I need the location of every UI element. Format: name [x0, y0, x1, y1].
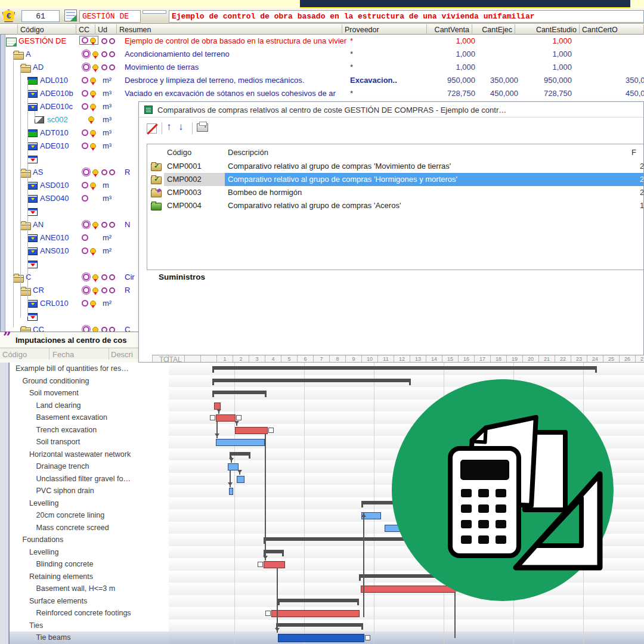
column-header-Resumen[interactable]: Resumen: [117, 24, 342, 35]
bar-handle-right[interactable]: [365, 635, 370, 640]
gantt-chart-row[interactable]: [169, 631, 644, 644]
bar-handle-left[interactable]: [210, 415, 215, 420]
timescale-day: 18: [490, 355, 506, 362]
imputaciones-column-Descri[interactable]: Descri: [111, 350, 133, 359]
move-down-icon[interactable]: ↓: [178, 122, 184, 132]
euro-shield-icon[interactable]: €: [2, 9, 15, 22]
list-column-Descripción[interactable]: Descripción: [228, 148, 268, 157]
bar-handle-left[interactable]: [258, 562, 263, 567]
list-item[interactable]: CMP0003Bombeo de hormigón2: [147, 186, 644, 199]
send-icon[interactable]: [197, 123, 208, 132]
column-header-CC[interactable]: CC: [76, 24, 95, 35]
cc-badge[interactable]: [82, 64, 98, 70]
gantt-summary-bar[interactable]: [212, 391, 267, 394]
aux-field[interactable]: [143, 10, 166, 14]
status-dots: [101, 274, 115, 280]
timescale-day: 14: [426, 355, 442, 362]
cc-badge[interactable]: [79, 36, 98, 45]
medal-icon: [90, 248, 96, 254]
gantt-task-bar[interactable]: [235, 427, 268, 434]
project-title-field[interactable]: Ejemplo de control de obra basado en la …: [169, 10, 644, 23]
cc-badge[interactable]: [82, 300, 96, 306]
column-separator: [109, 348, 109, 360]
list-column-Código[interactable]: Código: [167, 148, 191, 157]
cc-badge[interactable]: [82, 274, 98, 280]
gantt-summary-bar[interactable]: [212, 379, 411, 382]
column-header-CantEstudio[interactable]: CantEstudio: [515, 24, 580, 35]
gantt-task-name[interactable]: Tie beams: [9, 631, 196, 644]
gantt-task-bar[interactable]: [216, 439, 265, 446]
gantt-task-bar[interactable]: [271, 610, 360, 617]
cant-ejec: 450,000: [476, 89, 518, 98]
item-code: CMP0003: [167, 188, 224, 197]
imputaciones-panel: ” Imputaciones al centro de cos CódigoFe…: [0, 332, 138, 363]
gantt-chart-row[interactable]: [169, 607, 644, 620]
timescale-day: 2: [233, 355, 249, 362]
list-item[interactable]: CMP0001Comparativo relativo al grupo de …: [147, 160, 644, 173]
cc-badge[interactable]: [82, 195, 88, 202]
list-column-F[interactable]: F: [631, 148, 636, 157]
list-item[interactable]: CMP0002Comparativo relativo al grupo de …: [147, 173, 644, 186]
tree-scrollbar[interactable]: [0, 35, 5, 332]
list-item[interactable]: CMP0004Comparativo relativo al grupo de …: [147, 199, 644, 212]
gantt-chart-row[interactable]: [169, 620, 644, 633]
gantt-summary-bar[interactable]: [212, 366, 597, 370]
imputaciones-column-Fecha[interactable]: Fecha: [52, 350, 74, 359]
calculator-key: [461, 504, 472, 513]
column-header-Código[interactable]: Código: [18, 24, 76, 35]
gantt-task-bar[interactable]: [237, 476, 245, 483]
cc-badge[interactable]: [82, 182, 96, 188]
gantt-task-bar[interactable]: [216, 414, 236, 422]
gantt-task-bar[interactable]: [278, 634, 364, 642]
dot-icon: [109, 222, 115, 228]
gantt-task-bar[interactable]: [214, 402, 221, 410]
cost-center-field[interactable]: GESTIÓN DE: [79, 10, 141, 23]
bar-handle-right[interactable]: [268, 428, 274, 433]
column-header-CantCertO[interactable]: CantCertO: [580, 24, 644, 35]
sheet-icon[interactable]: [64, 10, 77, 21]
cc-badge[interactable]: [82, 169, 98, 175]
cc-badge[interactable]: [82, 51, 98, 57]
column-header-Ud[interactable]: Ud: [95, 24, 117, 35]
cc-badge[interactable]: [82, 287, 98, 293]
table-row[interactable]: GESTIÓN DEEjemplo de control de obra bas…: [5, 35, 644, 48]
calculator-key: [496, 520, 506, 528]
doc-number-field[interactable]: 61: [21, 10, 60, 22]
delete-icon[interactable]: [147, 123, 157, 134]
dialog-titlebar[interactable]: Comparativos de compras relativos al cen…: [139, 102, 644, 117]
table-row[interactable]: AAcondicionamiento del terreno*1,0001,00…: [5, 48, 644, 61]
cc-badge[interactable]: [82, 234, 88, 241]
ring-icon: [82, 234, 88, 241]
gantt-task-bar[interactable]: [264, 561, 285, 568]
cc-badge[interactable]: [82, 90, 96, 97]
gantt-summary-bar[interactable]: [230, 452, 250, 456]
gantt-summary-bar[interactable]: [264, 550, 284, 553]
row-proveedor: *: [350, 63, 430, 72]
table-row[interactable]: ADL010m²Desbroce y limpieza del terreno,…: [5, 74, 644, 87]
column-header-CantVenta[interactable]: CantVenta: [427, 24, 472, 35]
medal-icon: [90, 91, 96, 97]
cc-badge[interactable]: [88, 116, 94, 122]
gantt-gridline: [234, 363, 235, 644]
column-header-blank[interactable]: [0, 24, 18, 35]
gantt-summary-bar[interactable]: [278, 599, 360, 602]
cc-badge[interactable]: [82, 221, 98, 228]
cant-venta: 950,000: [425, 76, 475, 85]
item-code: CMP0001: [167, 162, 224, 171]
table-row[interactable]: ADMovimiento de tierras*1,0001,000: [5, 61, 644, 74]
cc-badge[interactable]: [82, 103, 96, 110]
bar-handle-left[interactable]: [265, 611, 271, 616]
move-up-icon[interactable]: ↑: [166, 122, 172, 132]
cc-badge[interactable]: [82, 77, 96, 83]
cc-badge[interactable]: [82, 143, 96, 149]
gantt-summary-bar[interactable]: [276, 623, 363, 627]
column-header-CantEjec[interactable]: CantEjec: [472, 24, 515, 35]
imputaciones-column-Código[interactable]: Código: [2, 350, 27, 359]
gantt-task-bar[interactable]: [229, 488, 233, 495]
column-header-Proveedor[interactable]: Proveedor: [342, 24, 427, 35]
cc-badge[interactable]: [82, 129, 96, 136]
cc-badge[interactable]: [82, 247, 96, 254]
table-row[interactable]: ADE010bm³Vaciado en excavación de sótano…: [5, 87, 644, 100]
bar-handle-right[interactable]: [236, 415, 242, 420]
timescale-day: 3: [249, 355, 265, 362]
